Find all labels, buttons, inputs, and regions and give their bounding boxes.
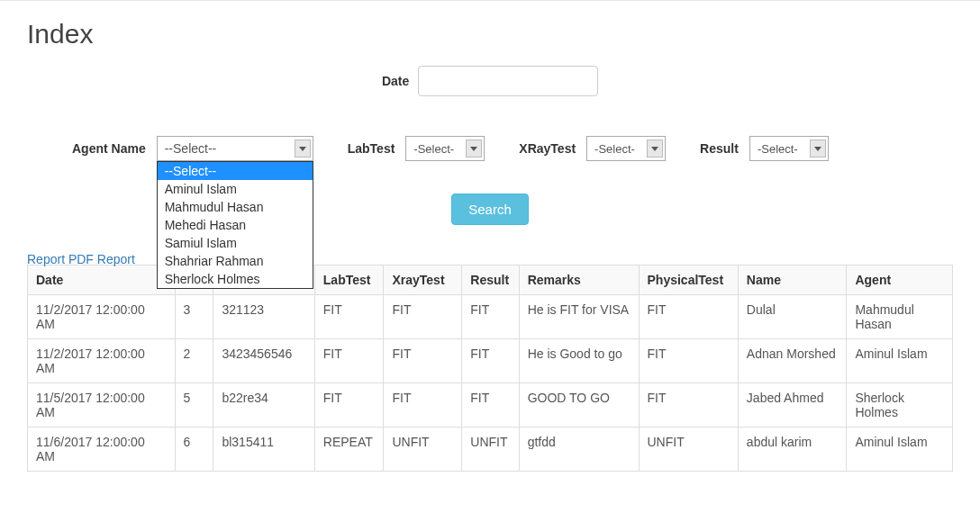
cell-date: 11/2/2017 12:00:00 AM bbox=[28, 295, 176, 339]
cell-result: UNFIT bbox=[462, 428, 519, 472]
table-row: 11/6/2017 12:00:00 AM6bl315411REPEATUNFI… bbox=[28, 428, 953, 472]
cell-result: FIT bbox=[462, 383, 519, 428]
cell-result: FIT bbox=[462, 295, 519, 339]
cell-lab-test: REPEAT bbox=[314, 428, 384, 472]
agent-name-option[interactable]: Sherlock Holmes bbox=[158, 270, 313, 288]
cell-id: 2 bbox=[175, 339, 213, 383]
cell-xray-test: UNFIT bbox=[384, 428, 462, 472]
cell-physical-test: UNFIT bbox=[639, 428, 738, 472]
cell-lab-test: FIT bbox=[314, 295, 384, 339]
cell-name: Jabed Ahmed bbox=[738, 383, 847, 428]
agent-name-option[interactable]: Mehedi Hasan bbox=[158, 216, 313, 234]
labtest-selected: -Select- bbox=[413, 142, 454, 156]
agent-name-options: --Select-- Aminul Islam Mahmudul Hasan M… bbox=[157, 161, 313, 289]
cell-physical-test: FIT bbox=[639, 295, 738, 339]
th-labtest: LabTest bbox=[314, 266, 384, 295]
cell-id: 5 bbox=[175, 383, 213, 428]
th-agent: Agent bbox=[847, 266, 953, 295]
dropdown-toggle-icon[interactable] bbox=[647, 140, 663, 158]
filters-bar: Agent Name --Select-- --Select-- Aminul … bbox=[27, 136, 953, 161]
cell-physical-test: FIT bbox=[639, 383, 738, 428]
result-selected: -Select- bbox=[758, 142, 798, 156]
result-label: Result bbox=[700, 141, 739, 156]
cell-name: Adnan Morshed bbox=[738, 339, 847, 383]
cell-result: FIT bbox=[462, 339, 519, 383]
agent-name-option[interactable]: Samiul Islam bbox=[158, 234, 313, 252]
cell-agent: Aminul Islam bbox=[847, 428, 953, 472]
cell-remarks: He is FIT for VISA bbox=[519, 295, 639, 339]
cell-id: 6 bbox=[175, 428, 213, 472]
th-xraytest: XrayTest bbox=[384, 266, 462, 295]
xraytest-select[interactable]: -Select- bbox=[586, 136, 666, 161]
date-label: Date bbox=[382, 74, 409, 88]
date-row: Date bbox=[27, 66, 953, 96]
cell-name: Dulal bbox=[738, 295, 847, 339]
th-remarks: Remarks bbox=[519, 266, 639, 295]
dropdown-toggle-icon[interactable] bbox=[295, 140, 311, 158]
cell-date: 11/5/2017 12:00:00 AM bbox=[28, 383, 176, 428]
cell-id: 3 bbox=[175, 295, 213, 339]
cell-lab-test: FIT bbox=[314, 383, 384, 428]
cell-remarks: gtfdd bbox=[519, 428, 639, 472]
labtest-label: LabTest bbox=[348, 141, 395, 156]
cell-passport-no: b22re34 bbox=[213, 383, 314, 428]
th-physicaltest: PhysicalTest bbox=[639, 266, 738, 295]
cell-passport-no: bl315411 bbox=[213, 428, 314, 472]
table-row: 11/2/2017 12:00:00 AM23423456546FITFITFI… bbox=[28, 339, 953, 383]
cell-agent: Mahmudul Hasan bbox=[847, 295, 953, 339]
cell-passport-no: 3423456546 bbox=[213, 339, 314, 383]
cell-xray-test: FIT bbox=[384, 339, 462, 383]
agent-name-select[interactable]: --Select-- --Select-- Aminul Islam Mahmu… bbox=[157, 136, 313, 161]
th-result: Result bbox=[462, 266, 519, 295]
search-button[interactable]: Search bbox=[451, 194, 529, 225]
table-row: 11/5/2017 12:00:00 AM5b22re34FITFITFITGO… bbox=[28, 383, 953, 428]
cell-date: 11/2/2017 12:00:00 AM bbox=[28, 339, 176, 383]
cell-lab-test: FIT bbox=[314, 339, 384, 383]
cell-physical-test: FIT bbox=[639, 339, 738, 383]
cell-xray-test: FIT bbox=[384, 295, 462, 339]
cell-name: abdul karim bbox=[738, 428, 847, 472]
cell-date: 11/6/2017 12:00:00 AM bbox=[28, 428, 176, 472]
agent-name-option[interactable]: --Select-- bbox=[158, 162, 313, 180]
labtest-select[interactable]: -Select- bbox=[405, 136, 485, 161]
xraytest-label: XRayTest bbox=[519, 141, 576, 156]
dropdown-toggle-icon[interactable] bbox=[466, 140, 482, 158]
cell-xray-test: FIT bbox=[384, 383, 462, 428]
agent-name-option[interactable]: Mahmudul Hasan bbox=[158, 198, 313, 216]
agent-name-option[interactable]: Shahriar Rahman bbox=[158, 252, 313, 270]
cell-remarks: He is Good to go bbox=[519, 339, 639, 383]
agent-name-option[interactable]: Aminul Islam bbox=[158, 180, 313, 198]
date-input[interactable] bbox=[418, 66, 598, 96]
dropdown-toggle-icon[interactable] bbox=[810, 140, 826, 158]
results-table: Date Id PassportNo LabTest XrayTest Resu… bbox=[27, 265, 953, 472]
xraytest-selected: -Select- bbox=[594, 142, 635, 156]
th-name: Name bbox=[738, 266, 847, 295]
cell-agent: Aminul Islam bbox=[847, 339, 953, 383]
page-title: Index bbox=[27, 19, 953, 50]
cell-remarks: GOOD TO GO bbox=[519, 383, 639, 428]
agent-name-selected: --Select-- bbox=[165, 141, 217, 156]
table-row: 11/2/2017 12:00:00 AM3321123FITFITFITHe … bbox=[28, 295, 953, 339]
report-link[interactable]: Report bbox=[27, 252, 65, 266]
th-date: Date bbox=[28, 266, 176, 295]
agent-name-label: Agent Name bbox=[72, 141, 146, 156]
pdf-report-link[interactable]: PDF Report bbox=[68, 252, 135, 266]
result-select[interactable]: -Select- bbox=[749, 136, 829, 161]
cell-agent: Sherlock Holmes bbox=[847, 383, 953, 428]
cell-passport-no: 321123 bbox=[213, 295, 314, 339]
